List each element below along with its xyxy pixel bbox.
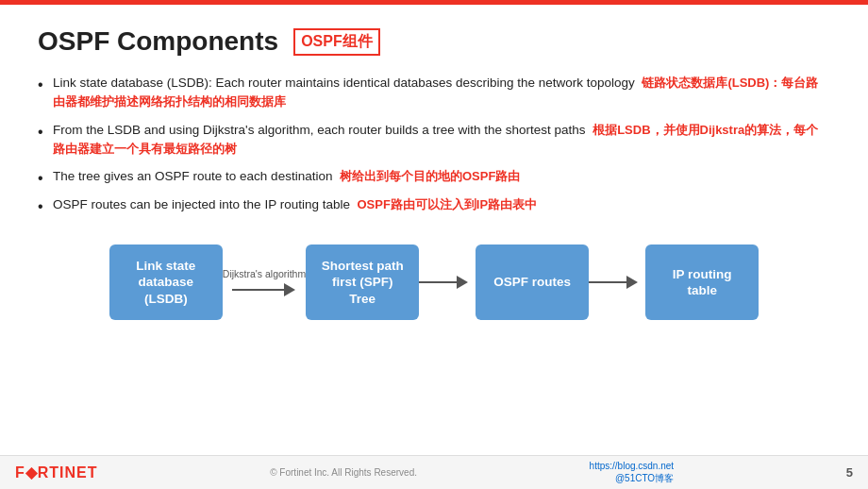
arrow-line-body (232, 289, 284, 291)
box-label-ip-routing: IP routingtable (673, 266, 732, 299)
title-chinese: OSPF组件 (293, 28, 380, 56)
arrow-line-2 (419, 281, 457, 283)
box-label-ospf-routes: OSPF routes (493, 274, 571, 291)
footer-right: https://blog.csdn.net @51CTO博客 (590, 461, 675, 485)
bullet-item-3: The tree gives an OSPF route to each des… (38, 167, 830, 186)
diagram-box-ip-routing: IP routingtable (645, 244, 759, 320)
bullet-en-1: Link state database (LSDB): Each router … (53, 76, 635, 90)
arrow-simple-2 (589, 276, 645, 289)
box-label-lsdb: Link statedatabase(LSDB) (136, 258, 195, 308)
bullet-cn-4: OSPF路由可以注入到IP路由表中 (357, 197, 537, 211)
diagram: Link statedatabase(LSDB) Dijkstra's algo… (38, 235, 830, 329)
footer-url: https://blog.csdn.net (590, 461, 675, 471)
arrow-line-3 (589, 281, 626, 283)
bullet-en-4: OSPF routes can be injected into the IP … (53, 197, 350, 211)
footer-copyright: © Fortinet Inc. All Rights Reserved. (270, 467, 417, 478)
diagram-box-ospf-routes: OSPF routes (476, 244, 589, 320)
bullet-list: Link state database (LSDB): Each router … (38, 74, 830, 214)
arrow-head-3 (626, 276, 638, 289)
bullet-item-4: OSPF routes can be injected into the IP … (38, 195, 830, 214)
diagram-box-lsdb: Link statedatabase(LSDB) (109, 244, 223, 320)
footer: F◆RTINET © Fortinet Inc. All Rights Rese… (0, 455, 868, 489)
arrow-label-dijkstra: Dijkstra's algorithm (223, 268, 306, 279)
bullet-cn-3: 树给出到每个目的地的OSPF路由 (340, 169, 520, 183)
arrow-head-1 (284, 283, 295, 296)
slide: OSPF Components OSPF组件 Link state databa… (0, 0, 868, 489)
bullet-item-1: Link state database (LSDB): Each router … (38, 74, 830, 111)
arrow-simple-1 (419, 276, 476, 289)
arrow-line-dijkstra (232, 283, 295, 296)
title-english: OSPF Components (38, 26, 278, 57)
page-number: 5 (846, 465, 853, 480)
fortinet-logo: F◆RTINET (15, 464, 98, 481)
top-accent-bar (0, 0, 868, 5)
bullet-en-2: From the LSDB and using Dijkstra's algor… (53, 123, 586, 137)
footer-social: @51CTO博客 (615, 472, 674, 485)
bullet-en-3: The tree gives an OSPF route to each des… (53, 169, 332, 183)
arrow-head-2 (457, 276, 468, 289)
arrow-dijkstra: Dijkstra's algorithm (223, 268, 306, 296)
title-row: OSPF Components OSPF组件 (38, 26, 830, 57)
diagram-box-spf: Shortest pathfirst (SPF)Tree (306, 244, 419, 320)
box-label-spf: Shortest pathfirst (SPF)Tree (322, 258, 404, 308)
bullet-item-2: From the LSDB and using Dijkstra's algor… (38, 121, 830, 159)
